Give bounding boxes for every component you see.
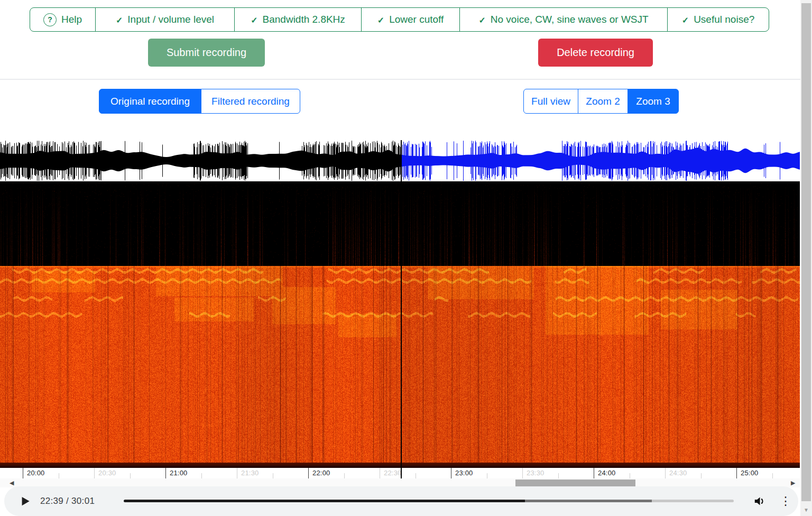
timeline-tick [94,468,95,478]
section-divider [0,79,800,80]
tab-zoom-3[interactable]: Zoom 3 [628,89,679,114]
recording-source-tabs: Original recording Filtered recording [99,89,300,114]
timeline-tick [23,468,23,478]
timeline-tick [451,468,451,478]
timeline-label: 20:00 [27,469,45,477]
playback-cursor [401,140,402,478]
recording-review-page: ? Help ✓ Input / volume level ✓ Bandwidt… [0,0,812,516]
check-lower-cutoff-button[interactable]: ✓ Lower cutoff [361,7,460,32]
volume-icon[interactable] [753,494,767,508]
scroll-down-icon[interactable]: ▼ [800,503,812,516]
timeline-label: 22:30 [384,469,402,477]
tab-zoom-2[interactable]: Zoom 2 [578,89,628,114]
review-checklist-toolbar: ? Help ✓ Input / volume level ✓ Bandwidt… [30,7,769,32]
waveform-display[interactable] [0,140,800,181]
check-icon: ✓ [116,15,123,25]
timeline-minor-tick [130,473,131,478]
timeline-minor-tick [772,473,773,478]
zoom-level-tabs: Full view Zoom 2 Zoom 3 [523,89,679,114]
timeline-label: 20:30 [98,469,116,477]
seek-played-segment [124,500,525,502]
timeline-tick [736,468,737,478]
player-menu-icon[interactable]: ⋮ [780,493,790,509]
timeline-minor-tick [273,473,273,478]
check-input-volume-button[interactable]: ✓ Input / volume level [95,7,235,32]
timeline-minor-tick [344,473,345,478]
tab-original-recording[interactable]: Original recording [99,89,201,114]
scroll-left-icon[interactable]: ◀ [10,480,14,486]
timeline-label: 21:00 [170,469,188,477]
vertical-scrollbar-thumb[interactable] [801,3,811,501]
delete-recording-button[interactable]: Delete recording [538,39,653,67]
timeline-minor-tick [630,473,630,478]
check-label: Useful noise? [694,14,754,25]
timeline-tick [665,468,666,478]
vertical-scrollbar[interactable]: ▼ [800,0,812,516]
timeline-tick [308,468,309,478]
timeline-minor-tick [487,473,487,478]
timeline-minor-tick [701,473,702,478]
timeline-label: 25:00 [741,469,759,477]
timeline-tick [237,468,237,478]
check-useful-noise-button[interactable]: ✓ Useful noise? [667,7,769,32]
tab-full-view[interactable]: Full view [523,89,578,114]
check-icon: ✓ [251,15,257,25]
help-label: Help [61,14,82,25]
timeline-label: 23:30 [527,469,545,477]
scroll-right-icon[interactable]: ▶ [791,480,795,486]
timeline-minor-tick [59,473,59,478]
timeline-label: 24:00 [598,469,616,477]
timeline-tick [594,468,594,478]
help-button[interactable]: ? Help [30,7,96,32]
question-circle-icon: ? [43,13,57,26]
timeline-minor-tick [558,473,559,478]
timeline-label: 23:00 [455,469,473,477]
check-icon: ✓ [377,15,384,25]
tab-filtered-recording[interactable]: Filtered recording [201,89,300,114]
check-label: Bandwidth 2.8KHz [263,14,345,25]
seek-track-segment [652,500,734,502]
horizontal-scrollbar-thumb[interactable] [515,480,635,486]
submit-recording-button[interactable]: Submit recording [148,39,265,67]
timeline-minor-tick [201,473,202,478]
timeline-tick [380,468,380,478]
timeline-label: 21:30 [241,469,259,477]
check-bandwidth-button[interactable]: ✓ Bandwidth 2.8KHz [234,7,362,32]
seek-buffered-segment [525,500,652,502]
check-icon: ✓ [478,15,485,25]
timeline-tick [165,468,166,478]
timeline-label: 22:00 [312,469,330,477]
timeline-minor-tick [416,473,416,478]
timeline-label: 24:30 [669,469,687,477]
timeline-tick [522,468,523,478]
seek-bar[interactable] [4,486,798,516]
spectrogram-display[interactable] [0,181,800,468]
check-label: No voice, CW, sine waves or WSJT [491,14,649,25]
check-no-voice-button[interactable]: ✓ No voice, CW, sine waves or WSJT [459,7,668,32]
audio-player: 22:39 / 30:01 ⋮ [4,486,798,516]
timeline-ruler[interactable]: 20:0020:3021:0021:3022:0022:3023:0023:30… [0,468,800,478]
check-icon: ✓ [682,15,689,25]
check-label: Input / volume level [127,14,214,25]
check-label: Lower cutoff [389,14,444,25]
